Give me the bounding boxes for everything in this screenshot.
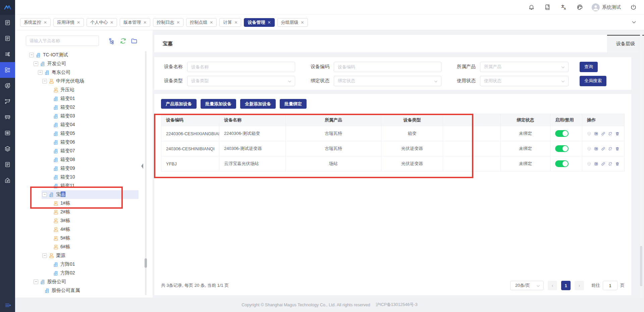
tab-分组层级[interactable]: 分组层级✕: [277, 18, 308, 27]
close-icon[interactable]: ✕: [234, 20, 237, 25]
tree-node-栗源[interactable]: −栗源: [15, 251, 153, 260]
link-icon[interactable]: [601, 161, 605, 167]
notification-icon[interactable]: [528, 4, 535, 10]
enable-toggle[interactable]: [555, 130, 569, 137]
tree-node-5#栋[interactable]: 5#栋: [15, 234, 153, 243]
tree-node-股份公司[interactable]: −股份公司: [15, 277, 153, 286]
sidebar-item-board[interactable]: [0, 109, 15, 125]
tree-node-方阵01[interactable]: 方阵01: [15, 260, 153, 269]
panel-collapse-handle[interactable]: [140, 161, 144, 171]
unlink-icon[interactable]: [608, 131, 612, 137]
tree-node-箱变04[interactable]: 箱变04: [15, 120, 153, 129]
collapse-toggle[interactable]: −: [42, 253, 47, 258]
language-icon[interactable]: 文A: [560, 4, 567, 10]
tabbar-chevron-down-icon[interactable]: [631, 19, 637, 25]
query-button[interactable]: 查询: [580, 62, 598, 72]
link-icon[interactable]: [601, 146, 605, 152]
unlink-icon[interactable]: [608, 146, 612, 152]
sidebar-item-device-management[interactable]: [0, 62, 15, 78]
tree-node-箱变07[interactable]: 箱变07: [15, 147, 153, 155]
close-icon[interactable]: ✕: [301, 20, 304, 25]
tab-控制点组[interactable]: 控制点组✕: [186, 18, 217, 27]
enable-toggle[interactable]: [555, 145, 569, 152]
tree-node-箱变06[interactable]: 箱变06: [15, 138, 153, 147]
button-批量绑定[interactable]: 批量绑定: [280, 99, 307, 109]
collapse-toggle[interactable]: −: [29, 53, 34, 57]
enable-toggle[interactable]: [555, 160, 569, 167]
prev-page-button[interactable]: ‹: [548, 281, 557, 290]
collapse-toggle[interactable]: −: [42, 192, 47, 197]
close-icon[interactable]: ✕: [143, 20, 147, 25]
folder-icon[interactable]: [131, 38, 138, 44]
tree-search-input[interactable]: [26, 36, 99, 46]
sidebar-item-doc-3[interactable]: [0, 157, 15, 172]
close-icon[interactable]: ✕: [210, 20, 213, 25]
sidebar-item-flow[interactable]: [0, 94, 15, 109]
global-search-button[interactable]: 全局搜索: [580, 76, 606, 86]
tree-node-宝嘉[interactable]: −宝嘉: [15, 190, 153, 199]
tree-node-粤东公司[interactable]: −粤东公司: [15, 68, 153, 77]
button-批量添加设备[interactable]: 批量添加设备: [201, 99, 236, 109]
设备类型-select[interactable]: 设备类型: [187, 76, 295, 86]
tree-node-3#栋[interactable]: 3#栋: [15, 216, 153, 225]
tree-node-箱变02[interactable]: 箱变02: [15, 103, 153, 112]
tree-node-箱变11[interactable]: 箱变11: [15, 181, 153, 190]
page-scrollbar[interactable]: [640, 31, 642, 298]
sidebar-item-layers[interactable]: [0, 141, 15, 157]
collapse-toggle[interactable]: −: [38, 70, 43, 75]
logout-button[interactable]: [630, 4, 637, 10]
collapse-toggle[interactable]: −: [42, 79, 47, 84]
tab-设备管理[interactable]: 设备管理✕: [244, 18, 274, 27]
所属产品-select[interactable]: 所属产品: [480, 62, 569, 72]
tree-node-中坪光伏电场[interactable]: −中坪光伏电场: [15, 77, 153, 86]
eye-icon[interactable]: [594, 161, 598, 167]
tree-node-开发公司[interactable]: −开发公司: [15, 59, 153, 68]
tree-node-箱变08[interactable]: 箱变08: [15, 155, 153, 164]
sidebar-item-preview[interactable]: [0, 125, 15, 141]
tab-个人中心[interactable]: 个人中心✕: [87, 18, 117, 27]
close-icon[interactable]: ✕: [176, 20, 180, 25]
tree-node-箱变10[interactable]: 箱变10: [15, 173, 153, 181]
docs-icon[interactable]: [544, 4, 551, 10]
close-icon[interactable]: ✕: [44, 20, 47, 25]
tab-版本管理[interactable]: 版本管理✕: [120, 18, 150, 27]
tree-node-升压站[interactable]: 升压站: [15, 86, 153, 94]
next-page-button[interactable]: ›: [575, 281, 584, 290]
user-menu[interactable]: 系统测试: [592, 3, 621, 11]
tab-控制日志[interactable]: 控制日志✕: [153, 18, 183, 27]
tree-node-1#栋[interactable]: 1#栋: [15, 199, 153, 208]
设备名称-input[interactable]: [187, 62, 295, 72]
trash-icon[interactable]: [615, 146, 620, 152]
tree-node-箱变01[interactable]: 箱变01: [15, 94, 153, 103]
tree-node-6#栋[interactable]: 6#栋: [15, 243, 153, 251]
tab-device-hierarchy[interactable]: 设备层级: [607, 35, 644, 52]
trash-icon[interactable]: [615, 161, 620, 167]
tab-系统监控[interactable]: 系统监控✕: [20, 18, 51, 27]
close-icon[interactable]: ✕: [77, 20, 80, 25]
eye-icon[interactable]: [594, 131, 598, 137]
unlink-icon[interactable]: [608, 161, 612, 167]
tab-计算[interactable]: 计算✕: [219, 18, 241, 27]
collapse-toggle[interactable]: −: [34, 279, 38, 284]
collapse-toggle[interactable]: −: [34, 61, 38, 66]
goto-page-input[interactable]: [603, 281, 618, 290]
eye-icon[interactable]: [594, 146, 598, 152]
refresh-icon[interactable]: [120, 38, 126, 44]
theme-icon[interactable]: [577, 4, 583, 10]
tree-node-2#栋[interactable]: 2#栋: [15, 208, 153, 216]
link-icon[interactable]: [601, 131, 605, 137]
button-产品添加设备[interactable]: 产品添加设备: [161, 99, 197, 109]
tree-node-方阵02[interactable]: 方阵02: [15, 269, 153, 277]
app-logo[interactable]: [0, 0, 15, 15]
sidebar-item-home-tools[interactable]: [0, 172, 15, 188]
tree-node-箱变05[interactable]: 箱变05: [15, 129, 153, 138]
current-page-button[interactable]: 1: [561, 281, 571, 290]
tree-node-箱变03[interactable]: 箱变03: [15, 112, 153, 120]
field-input[interactable]: [191, 64, 291, 69]
org-tree-icon[interactable]: [109, 38, 115, 44]
sidebar-item-user-monitor[interactable]: [0, 78, 15, 94]
tree-node-股份公司直属[interactable]: 股份公司直属: [15, 286, 153, 295]
绑定状态-select[interactable]: 绑定状态: [334, 76, 441, 86]
trash-icon[interactable]: [615, 131, 620, 137]
sidebar-item-doc-2[interactable]: [0, 31, 15, 46]
